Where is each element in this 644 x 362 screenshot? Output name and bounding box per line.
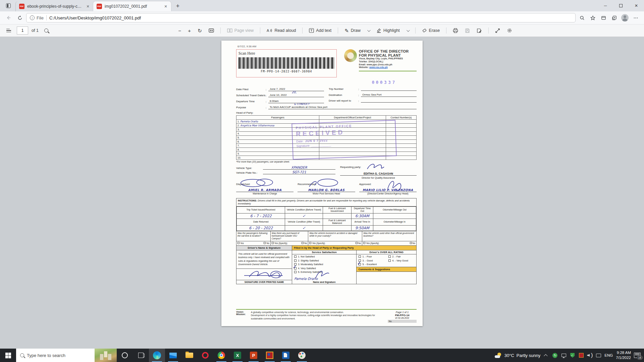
save-as-button[interactable] [474, 26, 484, 35]
draw-options-button[interactable] [365, 28, 372, 34]
highlight-button[interactable]: Highlight [374, 26, 402, 35]
action-center-button[interactable]: 16 [634, 353, 641, 358]
toolbar-divider [446, 27, 446, 34]
save-icon [465, 28, 470, 33]
header-rule [359, 71, 417, 71]
maximize-button[interactable] [613, 0, 629, 11]
taskbar-app-excel[interactable]: X [229, 349, 246, 362]
fit-width-button[interactable] [206, 26, 216, 35]
tab-img-pdf[interactable]: PDF img01072022_0001.pdf ✕ [93, 1, 171, 11]
col-passengers: Passengers [236, 116, 319, 120]
vehicle-plate-label: Vehicle Plate No.: [236, 171, 263, 174]
taskbar-app-paint[interactable] [294, 349, 310, 362]
collections-button[interactable] [609, 13, 619, 23]
comments-space [357, 272, 416, 284]
erase-button[interactable]: Erase [420, 26, 442, 35]
tab-close-icon[interactable]: ✕ [85, 4, 91, 9]
read-aloud-button[interactable]: A Read aloud [264, 26, 298, 35]
page-number-input[interactable] [17, 26, 28, 35]
zoom-search-button[interactable] [577, 13, 587, 23]
taskbar-search[interactable] [16, 349, 117, 362]
star-icon [590, 15, 595, 20]
fullscreen-button[interactable] [493, 26, 502, 35]
settings-button[interactable] [504, 26, 515, 35]
weather-widget[interactable]: 30°C Partly sunny [495, 353, 541, 358]
chrome-icon [218, 352, 225, 359]
zoom-in-button[interactable]: + [185, 26, 193, 35]
mail-icon [169, 353, 177, 358]
office-title-line2: FOR PHYSICAL PLANT [359, 53, 417, 57]
highlight-options-button[interactable] [404, 28, 411, 34]
vehicle-disclaimer: This vehicle will be used for official g… [236, 250, 292, 268]
taskbar-app-mail[interactable] [165, 349, 181, 362]
handwritten-date-correction: 20, [292, 90, 297, 94]
favorites-bar-button[interactable] [598, 13, 608, 23]
tab-title: ebook-principles-of-supply-chai [27, 4, 83, 9]
tray-security[interactable]: ✓ [570, 353, 575, 358]
search-input[interactable] [24, 353, 95, 358]
checkbox [294, 259, 297, 262]
add-text-button[interactable]: Add text [307, 26, 334, 35]
tab-title: img01072022_0001.pdf [105, 4, 160, 9]
close-button[interactable]: ✕ [629, 0, 644, 11]
favorites-button[interactable] [588, 13, 598, 23]
zoom-out-button[interactable]: − [176, 26, 184, 35]
tab-close-icon[interactable]: ✕ [163, 4, 168, 9]
back-button[interactable] [3, 13, 13, 23]
page-view-button[interactable]: Page view [225, 26, 256, 35]
info-icon[interactable]: i [30, 15, 35, 20]
barcode [238, 57, 334, 69]
taskbar-clock[interactable]: 9:28 AM 7/1/2022 [616, 350, 631, 360]
toolbar-divider [415, 27, 416, 34]
log-header: Vehicle Condition (Before Travel) [285, 206, 323, 213]
dispatched-title: Maintenance in Charge [236, 192, 293, 195]
tray-media-app[interactable] [578, 353, 584, 358]
vertical-tabs-button[interactable] [3, 1, 13, 10]
new-tab-button[interactable]: + [173, 1, 182, 11]
log-header: Trip Ticket Issued/Received [237, 206, 285, 213]
approved-name: MARIO LILIO P. VALENZONA [359, 186, 417, 192]
name-signature-caption: Name and Signature [292, 281, 356, 284]
url-field[interactable]: i File C:/Users/User/Desktop/img01072022… [26, 13, 576, 22]
printer-icon [453, 28, 458, 33]
opera-icon [202, 352, 209, 359]
search-highlight-thumbnail[interactable] [95, 349, 117, 362]
profile-button[interactable] [620, 13, 630, 23]
refresh-button[interactable] [15, 13, 25, 23]
service-satisfaction-header: Service Satisfaction [292, 250, 356, 254]
taskbar-app-opera[interactable] [197, 349, 213, 362]
tray-safety-app[interactable]: ↻ [552, 353, 558, 358]
cortana-button[interactable] [117, 349, 133, 362]
draw-button[interactable]: ✎ Draw [342, 26, 363, 35]
tray-network[interactable] [561, 353, 567, 358]
language-indicator[interactable]: ENG [604, 353, 613, 357]
recommended-name: MARLON G. BORLAS [298, 186, 355, 192]
toc-button[interactable] [4, 26, 13, 35]
chevron-down-icon [367, 28, 371, 32]
start-button[interactable] [0, 349, 16, 362]
tab-ebook[interactable]: PDF ebook-principles-of-supply-chai ✕ [15, 1, 93, 11]
passenger-name: Angelica Mae Villahermosa [240, 124, 274, 127]
print-button[interactable] [450, 26, 461, 35]
tray-touch-keyboard[interactable] [596, 353, 601, 358]
footer-rule [236, 309, 417, 310]
rotate-button[interactable]: ↻ [195, 26, 204, 35]
minimize-button[interactable]: ─ [598, 0, 613, 11]
taskbar-app-edge[interactable] [149, 349, 165, 362]
tray-overflow-button[interactable] [543, 353, 549, 358]
more-menu-button[interactable] [631, 13, 641, 23]
find-button[interactable] [42, 27, 51, 34]
tray-volume[interactable]: ) [587, 353, 593, 358]
taskbar-app-media[interactable] [262, 349, 278, 362]
scheme-text: File [37, 15, 44, 20]
taskbar-app-file-explorer[interactable] [181, 349, 197, 362]
taskbar-app-chrome[interactable] [213, 349, 229, 362]
save-button[interactable] [463, 26, 472, 35]
taskbar-app-powerpoint[interactable]: P [246, 349, 262, 362]
requesting-party-label: Requesting party: [340, 166, 361, 169]
taskbar-app-libreoffice[interactable] [278, 349, 294, 362]
handwritten-departure-note: & CONDUCT [294, 103, 309, 106]
draw-label: Draw [351, 28, 361, 33]
question-text: Was the passenger/s following the call t… [237, 232, 269, 240]
task-view-button[interactable] [133, 349, 149, 362]
